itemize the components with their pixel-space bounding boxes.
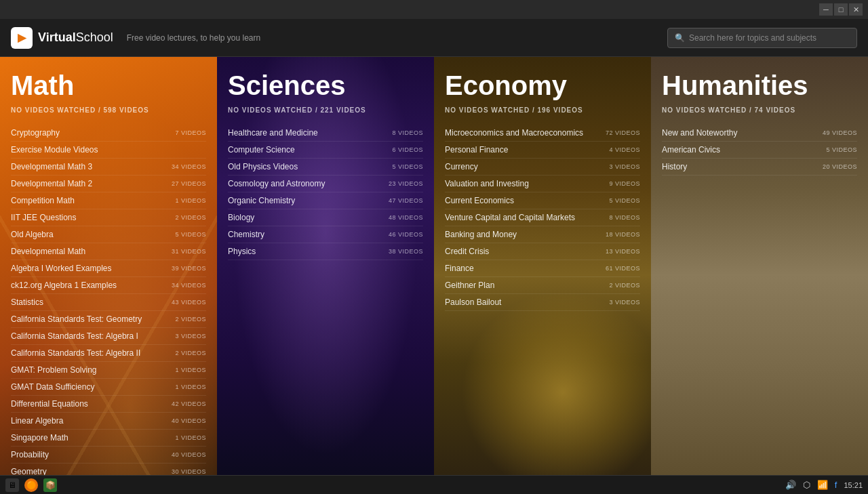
list-item[interactable]: Healthcare and Medicine8 VIDEOS [228,125,423,142]
item-name: Linear Algebra [11,416,63,426]
item-name: Probability [11,450,49,459]
maximize-button[interactable]: □ [834,3,848,16]
wifi-icon[interactable]: 📶 [817,480,828,490]
header-tagline: Free video lectures, to help you learn [127,33,260,43]
item-name: Old Physics Videos [228,162,298,171]
search-bar[interactable]: 🔍 Search here for topics and subjects [667,28,857,48]
list-item[interactable]: Venture Capital and Capital Markets8 VID… [445,209,640,226]
item-name: IIT JEE Questions [11,213,77,222]
list-item[interactable]: Statistics43 VIDEOS [11,294,206,311]
list-item[interactable]: Linear Algebra40 VIDEOS [11,413,206,430]
list-item[interactable]: History20 VIDEOS [662,159,857,176]
item-count: 48 VIDEOS [389,214,423,221]
bluetooth-icon[interactable]: ⬡ [803,480,810,490]
list-item[interactable]: Organic Chemistry47 VIDEOS [228,192,423,209]
list-item[interactable]: Valuation and Investing9 VIDEOS [445,176,640,192]
item-name: Old Algebra [11,230,54,239]
list-item[interactable]: Computer Science6 VIDEOS [228,142,423,159]
item-count: 47 VIDEOS [389,197,423,204]
list-item[interactable]: California Standards Test: Algebra I3 VI… [11,328,206,345]
list-item[interactable]: Banking and Money18 VIDEOS [445,226,640,243]
item-count: 3 VIDEOS [175,333,206,339]
item-name: GMAT: Problem Solving [11,365,97,375]
facebook-icon[interactable]: f [835,480,837,490]
item-name: Developmental Math 2 [11,179,92,188]
list-item[interactable]: Exercise Module Videos [11,142,206,159]
app-header: ▶ VirtualSchool Free video lectures, to … [0,19,868,57]
list-item[interactable]: Developmental Math 227 VIDEOS [11,176,206,192]
list-item[interactable]: Physics38 VIDEOS [228,243,423,260]
taskbar-icon-screen[interactable]: 🖥 [5,478,19,492]
item-count: 72 VIDEOS [606,129,640,136]
list-item[interactable]: GMAT: Problem Solving1 VIDEOS [11,362,206,379]
item-name: Developmental Math [11,247,85,256]
item-name: Cosmology and Astronomy [228,179,325,188]
item-name: Physics [228,247,256,256]
column-sciences: SciencesNO VIDEOS WATCHED / 221 VIDEOSHe… [217,57,434,494]
list-item[interactable]: Algebra I Worked Examples39 VIDEOS [11,260,206,277]
list-item[interactable]: IIT JEE Questions2 VIDEOS [11,209,206,226]
item-name: Currency [445,162,478,171]
list-item[interactable]: Currency3 VIDEOS [445,159,640,176]
item-count: 42 VIDEOS [172,400,206,407]
list-item[interactable]: Paulson Bailout3 VIDEOS [445,294,640,311]
list-item[interactable]: Differential Equations42 VIDEOS [11,396,206,413]
item-name: Differential Equations [11,399,88,409]
list-item[interactable]: American Civics5 VIDEOS [662,142,857,159]
list-item[interactable]: Developmental Math31 VIDEOS [11,243,206,260]
list-item[interactable]: Old Physics Videos5 VIDEOS [228,159,423,176]
list-item[interactable]: Credit Crisis13 VIDEOS [445,243,640,260]
item-count: 1 VIDEOS [175,384,206,390]
item-name: Competition Math [11,196,75,205]
item-count: 3 VIDEOS [609,163,640,170]
item-count: 5 VIDEOS [826,146,857,153]
list-item[interactable]: California Standards Test: Geometry2 VID… [11,311,206,328]
item-name: Chemistry [228,230,264,239]
list-item[interactable]: Personal Finance4 VIDEOS [445,142,640,159]
list-item[interactable]: Geithner Plan2 VIDEOS [445,277,640,294]
item-count: 20 VIDEOS [823,163,857,170]
item-count: 2 VIDEOS [175,214,206,221]
list-item[interactable]: Chemistry46 VIDEOS [228,226,423,243]
item-name: Cryptography [11,128,60,138]
item-count: 3 VIDEOS [609,299,640,306]
minimize-button[interactable]: ─ [819,3,833,16]
item-name: Computer Science [228,145,295,155]
volume-icon[interactable]: 🔊 [785,480,796,490]
item-name: American Civics [662,145,720,155]
list-item[interactable]: Microeconomics and Macroeconomics72 VIDE… [445,125,640,142]
item-name: Geithner Plan [445,281,494,290]
item-name: Valuation and Investing [445,179,529,188]
logo[interactable]: ▶ VirtualSchool [11,27,113,49]
item-count: 49 VIDEOS [823,129,857,136]
list-item[interactable]: Finance61 VIDEOS [445,260,640,277]
item-name: Algebra I Worked Examples [11,264,112,273]
taskbar-icon-orange[interactable]: 🟠 [24,478,38,492]
column-math: MathNO VIDEOS WATCHED / 598 VIDEOSCrypto… [0,57,217,494]
list-item[interactable]: Competition Math1 VIDEOS [11,192,206,209]
list-item[interactable]: New and Noteworthy49 VIDEOS [662,125,857,142]
list-item[interactable]: Cosmology and Astronomy23 VIDEOS [228,176,423,192]
close-button[interactable]: ✕ [849,3,863,16]
column-content-humanities: HumanitiesNO VIDEOS WATCHED / 74 VIDEOSN… [651,57,868,494]
list-item[interactable]: Biology48 VIDEOS [228,209,423,226]
item-name: Banking and Money [445,230,517,239]
item-name: Paulson Bailout [445,297,501,307]
list-item[interactable]: Probability40 VIDEOS [11,447,206,464]
list-item[interactable]: Current Economics5 VIDEOS [445,192,640,209]
item-count: 9 VIDEOS [609,180,640,187]
item-count: 61 VIDEOS [606,265,640,272]
list-item[interactable]: California Standards Test: Algebra II2 V… [11,345,206,362]
list-item[interactable]: Cryptography7 VIDEOS [11,125,206,142]
list-item[interactable]: Old Algebra5 VIDEOS [11,226,206,243]
column-title-math: Math [11,70,206,101]
list-item[interactable]: ck12.org Algebra 1 Examples34 VIDEOS [11,277,206,294]
list-item[interactable]: Singapore Math1 VIDEOS [11,430,206,447]
list-item[interactable]: GMAT Data Sufficiency1 VIDEOS [11,379,206,396]
taskbar-icon-package[interactable]: 📦 [43,478,57,492]
item-name: Biology [228,213,254,222]
item-count: 30 VIDEOS [172,468,206,475]
search-placeholder: Search here for topics and subjects [689,33,816,43]
item-count: 8 VIDEOS [609,214,640,221]
list-item[interactable]: Developmental Math 334 VIDEOS [11,159,206,176]
